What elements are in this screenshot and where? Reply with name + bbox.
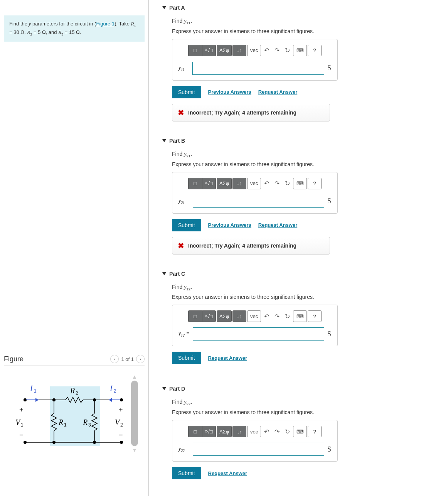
vec-button[interactable]: vec: [247, 45, 261, 56]
previous-answers-link-b[interactable]: Previous Answers: [208, 222, 251, 228]
svg-point-8: [24, 398, 27, 401]
request-answer-link-c[interactable]: Request Answer: [208, 355, 247, 361]
sqrt-button[interactable]: ᵡ√□: [202, 310, 216, 322]
undo-button[interactable]: ↶: [262, 310, 271, 322]
svg-marker-16: [35, 398, 39, 402]
part-b-find: Find y21.: [172, 151, 421, 158]
figure-title: Figure: [4, 355, 24, 363]
reset-button[interactable]: ↻: [283, 310, 292, 322]
circuit-figure: I1 I2 R2 R1 R3 + V1 − + V2 −: [4, 375, 127, 452]
svg-text:−: −: [19, 431, 24, 439]
submit-button-a[interactable]: Submit: [172, 86, 201, 98]
answer-box-a: □ ᵡ√□ ΑΣφ ↓↑ vec ↶ ↷ ↻ ⌨ ? y11 =: [172, 39, 338, 81]
template-button[interactable]: □: [188, 45, 202, 56]
redo-button[interactable]: ↷: [272, 178, 282, 189]
figure-next[interactable]: ›: [136, 355, 145, 363]
svg-text:V: V: [115, 418, 121, 426]
scroll-up-icon[interactable]: ▲: [132, 374, 137, 380]
template-button[interactable]: □: [188, 178, 202, 189]
feedback-a: ✖ Incorrect; Try Again; 4 attempts remai…: [172, 104, 330, 121]
greek-button[interactable]: ΑΣφ: [217, 45, 232, 56]
part-a-instr: Express your answer in siemens to three …: [172, 28, 421, 34]
help-button[interactable]: ?: [308, 426, 322, 437]
vec-button[interactable]: vec: [247, 178, 261, 189]
request-answer-link-a[interactable]: Request Answer: [258, 89, 297, 95]
part-d-title: Part D: [169, 386, 185, 392]
unit-label: S: [327, 445, 331, 453]
unit-label: S: [327, 330, 331, 338]
keyboard-button[interactable]: ⌨: [293, 426, 307, 437]
svg-point-12: [24, 441, 27, 444]
svg-text:I: I: [109, 384, 113, 393]
submit-button-b[interactable]: Submit: [172, 219, 201, 231]
keyboard-button[interactable]: ⌨: [293, 178, 307, 189]
answer-input-c[interactable]: [193, 327, 324, 340]
sqrt-button[interactable]: ᵡ√□: [202, 426, 216, 437]
part-a-title: Part A: [169, 5, 185, 11]
feedback-text-a: Incorrect; Try Again; 4 attempts remaini…: [188, 110, 296, 116]
part-c-header[interactable]: Part C: [162, 267, 421, 281]
scroll-track[interactable]: [131, 381, 138, 446]
help-button[interactable]: ?: [308, 310, 322, 322]
figure-link[interactable]: Figure 1: [96, 21, 115, 27]
reset-button[interactable]: ↻: [283, 426, 292, 437]
submit-button-d[interactable]: Submit: [172, 467, 201, 479]
vec-button[interactable]: vec: [247, 310, 261, 322]
part-a-header[interactable]: Part A: [162, 1, 421, 15]
reset-button[interactable]: ↻: [283, 178, 292, 189]
svg-text:3: 3: [88, 422, 91, 428]
reset-button[interactable]: ↻: [283, 45, 292, 56]
greek-button[interactable]: ΑΣφ: [217, 310, 232, 322]
redo-button[interactable]: ↷: [272, 426, 282, 437]
help-button[interactable]: ?: [308, 45, 322, 56]
chevron-down-icon: [162, 139, 166, 142]
figure-block: Figure ‹ 1 of 1 ›: [4, 355, 145, 453]
answer-input-d[interactable]: [193, 443, 324, 456]
arrows-button[interactable]: ↓↑: [232, 45, 246, 56]
undo-button[interactable]: ↶: [262, 45, 271, 56]
part-b-header[interactable]: Part B: [162, 134, 421, 148]
svg-point-14: [93, 441, 96, 444]
previous-answers-link-a[interactable]: Previous Answers: [208, 89, 251, 95]
figure-counter: 1 of 1: [121, 356, 134, 362]
problem-prompt: Find the y parameters for the circuit in…: [4, 15, 145, 42]
greek-button[interactable]: ΑΣφ: [217, 178, 232, 189]
part-d-find: Find y22.: [172, 399, 421, 406]
answer-lhs-d: y22 =: [179, 446, 190, 453]
submit-button-c[interactable]: Submit: [172, 352, 201, 364]
prompt-text: Find the: [9, 21, 29, 27]
redo-button[interactable]: ↷: [272, 310, 282, 322]
arrows-button[interactable]: ↓↑: [232, 178, 246, 189]
figure-prev[interactable]: ‹: [110, 355, 119, 363]
vec-button[interactable]: vec: [247, 426, 261, 437]
undo-button[interactable]: ↶: [262, 426, 271, 437]
keyboard-button[interactable]: ⌨: [293, 310, 307, 322]
answer-input-a[interactable]: [192, 62, 324, 75]
template-button[interactable]: □: [188, 310, 202, 322]
unit-label: S: [327, 197, 331, 205]
sqrt-button[interactable]: ᵡ√□: [202, 178, 216, 189]
keyboard-button[interactable]: ⌨: [293, 45, 307, 56]
part-b: Part B Find y21. Express your answer in …: [153, 133, 421, 266]
redo-button[interactable]: ↷: [272, 45, 282, 56]
undo-button[interactable]: ↶: [262, 178, 271, 189]
arrows-button[interactable]: ↓↑: [232, 426, 246, 437]
template-button[interactable]: □: [188, 426, 202, 437]
x-icon: ✖: [178, 241, 184, 250]
help-button[interactable]: ?: [308, 178, 322, 189]
answer-box-d: □ ᵡ√□ ΑΣφ ↓↑ vec ↶ ↷ ↻ ⌨ ? y22 =: [172, 420, 338, 462]
answer-input-b[interactable]: [193, 195, 324, 208]
svg-text:I: I: [30, 384, 33, 393]
figure-scrollbar[interactable]: ▲ ▼: [131, 374, 138, 453]
svg-marker-17: [109, 398, 112, 402]
part-b-instr: Express your answer in siemens to three …: [172, 161, 421, 167]
svg-text:1: 1: [21, 422, 24, 428]
request-answer-link-b[interactable]: Request Answer: [258, 222, 297, 228]
scroll-down-icon[interactable]: ▼: [132, 447, 137, 453]
sqrt-button[interactable]: ᵡ√□: [202, 45, 216, 56]
arrows-button[interactable]: ↓↑: [232, 310, 246, 322]
greek-button[interactable]: ΑΣφ: [217, 426, 232, 437]
svg-text:2: 2: [114, 388, 116, 394]
part-d-header[interactable]: Part D: [162, 382, 421, 396]
request-answer-link-d[interactable]: Request Answer: [208, 470, 247, 476]
